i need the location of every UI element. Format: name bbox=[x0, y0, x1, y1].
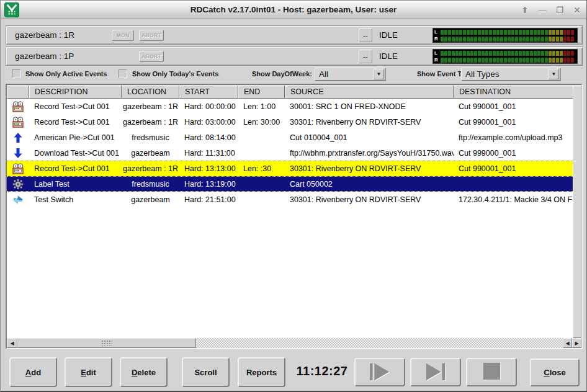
cell-source: 30301: Rivenberry ON RDVIRT-SERV bbox=[285, 161, 454, 176]
deck-label: gazerbeam : 1P bbox=[15, 51, 74, 61]
show-active-label: Show Only Active Events bbox=[25, 70, 107, 78]
scroll-button[interactable]: Scroll bbox=[182, 357, 230, 387]
minimize-icon[interactable]: — bbox=[537, 4, 548, 16]
play-button[interactable] bbox=[354, 358, 405, 386]
abort-button[interactable]: ABORT bbox=[139, 51, 164, 62]
play-to-end-button[interactable] bbox=[410, 358, 461, 386]
cell-description: Label Test bbox=[29, 177, 122, 191]
close-icon[interactable]: ✕ bbox=[571, 4, 583, 16]
cell-description: American Pie->Cut 001 bbox=[29, 130, 122, 145]
show-active-checkbox[interactable] bbox=[12, 69, 20, 78]
horizontal-scrollbar: ◀ ◀ ▶ bbox=[7, 338, 581, 348]
meter-channel-label: L bbox=[434, 50, 441, 56]
close-button[interactable]: Close bbox=[530, 359, 580, 386]
cell-description: Download Test->Cut 001 bbox=[29, 145, 122, 161]
filter-bar: Show Only Active Events Show Only Today'… bbox=[1, 68, 587, 84]
cell-end bbox=[238, 192, 285, 207]
vertical-scrollbar[interactable] bbox=[573, 85, 581, 338]
table-row[interactable]: Record Test->Cut 001gazerbeam : 1RHard: … bbox=[7, 161, 573, 176]
show-today-label: Show Only Today's Events bbox=[132, 70, 218, 78]
maximize-icon[interactable]: ❐ bbox=[554, 4, 565, 16]
cell-description: Test Switch bbox=[29, 192, 122, 207]
table-row[interactable]: Label TestfredsmusicHard: 13:19:00Cart 0… bbox=[7, 176, 573, 192]
cell-start: Hard: 03:00:00 bbox=[179, 114, 238, 130]
upload-icon bbox=[12, 132, 24, 143]
cell-end: Len: :30 bbox=[238, 161, 285, 176]
stop-button[interactable] bbox=[466, 358, 517, 386]
deck-dash-button[interactable]: -- bbox=[359, 29, 372, 42]
column-header-icon[interactable] bbox=[7, 85, 29, 99]
cell-start: Hard: 11:31:00 bbox=[179, 145, 238, 161]
show-today-checkbox[interactable] bbox=[119, 69, 127, 78]
scrollbar-grip bbox=[101, 340, 112, 346]
cell-source: 30301: Rivenberry ON RDVIRT-SERV bbox=[285, 114, 454, 130]
deck-label: gazerbeam : 1R bbox=[15, 30, 74, 40]
cell-location: gazerbeam bbox=[122, 145, 179, 161]
cell-end bbox=[238, 145, 285, 161]
cell-source: Cut 010004_001 bbox=[285, 130, 454, 145]
switch-icon bbox=[12, 194, 24, 205]
cell-start: Hard: 08:14:00 bbox=[179, 130, 238, 145]
abort-button[interactable]: ABORT bbox=[139, 30, 164, 41]
table-row[interactable]: Record Test->Cut 001gazerbeam : 1RHard: … bbox=[7, 99, 573, 114]
cell-description: Record Test->Cut 001 bbox=[29, 161, 122, 176]
deck-status: IDLE bbox=[379, 30, 398, 40]
audio-level-meter: LR bbox=[432, 28, 578, 43]
cell-location: fredsmusic bbox=[122, 130, 179, 145]
deck-dash-button[interactable]: -- bbox=[359, 50, 372, 63]
titlebar[interactable]: RDCatch v2.17.0int01 - Host: gazerbeam, … bbox=[1, 1, 586, 19]
reports-button[interactable]: Reports bbox=[238, 357, 285, 387]
eventtype-value: All Types bbox=[462, 69, 549, 79]
cell-destination: Cut 999000_001 bbox=[454, 145, 573, 161]
cell-start: Hard: 21:51:00 bbox=[179, 192, 238, 207]
window-controls: ⬆—❐✕ bbox=[519, 1, 583, 19]
event-list: DESCRIPTIONLOCATIONSTARTENDSOURCEDESTINA… bbox=[6, 84, 583, 349]
delete-button[interactable]: Delete bbox=[120, 357, 168, 387]
cell-location: fredsmusic bbox=[122, 177, 179, 191]
dayofweek-select[interactable]: All ▼ bbox=[315, 68, 385, 81]
cell-location: gazerbeam bbox=[122, 192, 179, 207]
eventtype-select[interactable]: All Types ▼ bbox=[461, 68, 560, 81]
cell-end: Len: 30:00 bbox=[238, 114, 285, 130]
table-row[interactable]: Test SwitchgazerbeamHard: 21:51:0030301:… bbox=[7, 192, 573, 207]
table-row[interactable]: American Pie->Cut 001fredsmusicHard: 08:… bbox=[7, 130, 573, 145]
edit-button[interactable]: Edit bbox=[65, 357, 112, 387]
cell-start: Hard: 13:13:00 bbox=[179, 161, 238, 176]
macro-icon bbox=[12, 179, 24, 190]
scroll-left-icon[interactable]: ◀ bbox=[563, 338, 572, 348]
cell-end bbox=[238, 177, 285, 191]
cell-destination: ftp://example.com/upload.mp3 bbox=[454, 130, 573, 145]
column-header-start[interactable]: START bbox=[179, 85, 238, 99]
record-icon bbox=[12, 117, 24, 128]
column-header-location[interactable]: LOCATION bbox=[122, 85, 179, 99]
record-deck-panel: gazerbeam : 1R MON ABORT -- IDLE LR bbox=[6, 25, 583, 45]
dayofweek-value: All bbox=[315, 69, 374, 79]
add-button[interactable]: Add bbox=[9, 357, 57, 387]
cell-destination: Cut 990001_001 bbox=[454, 161, 573, 176]
table-body: Record Test->Cut 001gazerbeam : 1RHard: … bbox=[7, 99, 573, 338]
scrollbar-groove[interactable] bbox=[196, 338, 563, 348]
cell-destination: Cut 990001_001 bbox=[454, 114, 573, 130]
scroll-right-icon[interactable]: ▶ bbox=[572, 338, 581, 348]
rivendell-logo-icon bbox=[4, 2, 19, 17]
scrollbar-thumb[interactable] bbox=[17, 338, 196, 348]
column-header-end[interactable]: END bbox=[238, 85, 285, 99]
deck-status: IDLE bbox=[379, 51, 398, 61]
table-row[interactable]: Download Test->Cut 001gazerbeamHard: 11:… bbox=[7, 145, 573, 161]
meter-channel-label: R bbox=[434, 57, 441, 63]
column-header-source[interactable]: SOURCE bbox=[285, 85, 454, 99]
chevron-down-icon: ▼ bbox=[374, 69, 384, 79]
cell-source: Cart 050002 bbox=[285, 177, 454, 191]
column-header-destination[interactable]: DESTINATION bbox=[454, 85, 573, 99]
monitor-button[interactable]: MON bbox=[112, 30, 134, 41]
cell-description: Record Test->Cut 001 bbox=[29, 99, 122, 114]
column-header-description[interactable]: DESCRIPTION bbox=[29, 85, 122, 99]
scroll-left-icon[interactable]: ◀ bbox=[7, 338, 17, 348]
play-deck-panel: gazerbeam : 1P ABORT -- IDLE LR bbox=[6, 47, 583, 66]
toolbar: Add Edit Delete Scroll Reports 11:12:27 … bbox=[1, 352, 587, 391]
cell-destination: 172.30.4.211/1: Mackie 3/4 ON FRE bbox=[454, 192, 573, 207]
cell-end bbox=[238, 130, 285, 145]
shade-icon[interactable]: ⬆ bbox=[519, 4, 531, 16]
table-row[interactable]: Record Test->Cut 001gazerbeam : 1RHard: … bbox=[7, 114, 573, 130]
meter-channel-label: L bbox=[434, 29, 441, 35]
